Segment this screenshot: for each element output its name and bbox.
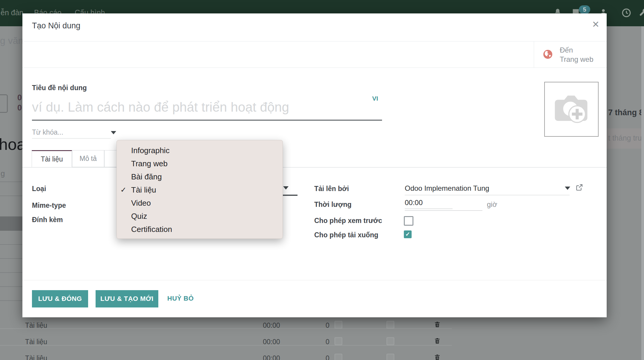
menu-item-webpage[interactable]: Trang web [117, 157, 283, 170]
bg-table-header-band [0, 216, 22, 231]
wrench-icon[interactable] [638, 8, 644, 19]
menu-item-certification[interactable]: Certification [117, 223, 283, 236]
save-new-button[interactable]: LƯU & TẠO MỚI [96, 290, 158, 307]
menu-item-article[interactable]: Bài đăng [117, 170, 283, 183]
notebook-divider [22, 167, 607, 167]
tab-description[interactable]: Mô tả [72, 150, 104, 167]
go-to-website-line2: Trang web [560, 55, 594, 64]
language-badge[interactable]: VI [372, 95, 378, 102]
type-select-underline [282, 195, 298, 196]
check-icon: ✓ [405, 231, 410, 237]
check-icon: ✓ [120, 183, 126, 196]
menu-item-document[interactable]: ✓ Tài liệu [117, 183, 283, 196]
row-name: Tài liệu [25, 354, 47, 360]
save-close-button[interactable]: LƯU & ĐÓNG [32, 290, 88, 307]
table-row: Tài liệu 00:00 0 [0, 317, 452, 334]
bg-divider [0, 272, 22, 273]
globe-icon [542, 49, 553, 61]
dialog-title: Tạo Nội dung [32, 21, 80, 30]
allow-preview-checkbox[interactable] [404, 216, 413, 226]
allow-download-checkbox[interactable]: ✓ [404, 230, 412, 238]
field-underline [405, 195, 570, 195]
row-checkbox [335, 354, 342, 360]
field-underline [405, 210, 482, 211]
divider [22, 41, 607, 41]
bg-date: 7 tháng 8 n [608, 108, 644, 117]
row-checkbox [387, 337, 394, 345]
allow-preview-label: Cho phép xem trước [314, 217, 382, 225]
type-select-chevron-icon[interactable] [283, 186, 289, 190]
content-title-label: Tiêu đề nội dung [32, 84, 87, 92]
trash-icon [434, 353, 441, 360]
nav-item-forum[interactable]: ễn đàn [1, 8, 23, 17]
bg-divider [0, 244, 22, 245]
bg-big-heading: hoa [0, 135, 26, 153]
row-checkbox [387, 354, 394, 360]
camera-plus-icon [548, 85, 594, 132]
row-name: Tài liệu [25, 338, 47, 346]
go-to-website-button[interactable]: Đến Trang web [534, 41, 607, 67]
bg-ago-band: t tháng trước [607, 128, 641, 149]
duration-label: Thời lượng [314, 201, 352, 209]
row-duration: 00:00 [263, 338, 280, 346]
row-checkbox [387, 321, 394, 329]
row-divider [0, 328, 452, 329]
close-icon[interactable]: ✕ [592, 20, 599, 29]
row-checkbox [335, 337, 342, 345]
menu-item-infographic[interactable]: Infographic [117, 144, 283, 157]
type-label: Loại [32, 185, 46, 193]
bg-divider [0, 181, 22, 182]
screen: ễn đàn Báo cáo Cấu hình 5 g văn 0 Kh 0 N… [0, 0, 644, 360]
bg-divider [0, 258, 22, 259]
scrollbar-track [641, 26, 644, 360]
chevron-down-icon[interactable] [111, 131, 116, 134]
table-row: Tài liệu 00:00 0 [0, 334, 452, 350]
row-divider [0, 345, 452, 346]
table-row: Tài liệu 00:00 0 [0, 350, 452, 360]
content-title-input[interactable] [32, 95, 382, 121]
menu-item-video[interactable]: Video [117, 196, 283, 210]
divider [22, 67, 607, 68]
bg-partial-text: g [1, 169, 5, 178]
tab-documents[interactable]: Tài liệu [32, 150, 72, 167]
message-count-badge: 5 [579, 5, 590, 14]
uploaded-by-chevron-icon[interactable] [565, 187, 570, 190]
row-duration: 00:00 [263, 354, 280, 360]
bg-certificate-icon [0, 94, 8, 113]
bg-partial-heading: g văn [0, 35, 23, 46]
type-dropdown-menu: Infographic Trang web Bài đăng ✓ Tài liệ… [116, 140, 283, 239]
attachment-label: Đính kèm [32, 216, 63, 224]
bg-divider [0, 286, 22, 287]
allow-download-label: Cho phép tải xuống [314, 231, 378, 239]
bg-divider [0, 300, 22, 301]
divider [22, 280, 607, 280]
mime-type-label: Mime-type [32, 201, 66, 210]
bg-ago-text: t tháng trước [608, 134, 644, 142]
open-record-icon[interactable] [575, 184, 583, 193]
create-content-dialog: Tạo Nội dung ✕ Đến Trang web Tiêu đề nội… [22, 13, 607, 317]
row-checkbox [335, 321, 342, 329]
clock-icon[interactable] [621, 8, 631, 19]
go-to-website-line1: Đến [560, 45, 594, 55]
uploaded-by-label: Tải lên bởi [314, 185, 349, 193]
row-views: 0 [326, 338, 329, 346]
menu-item-quiz[interactable]: Quiz [117, 210, 283, 223]
bg-divider [0, 196, 22, 196]
row-views: 0 [326, 354, 329, 360]
tags-input[interactable] [32, 126, 111, 139]
duration-unit: giờ [487, 200, 497, 209]
go-to-website-label: Đến Trang web [560, 45, 594, 64]
menu-item-label: Tài liệu [131, 185, 156, 194]
cover-image-upload[interactable] [544, 82, 599, 137]
uploaded-by-value[interactable]: Odoo Implemenation Tung [405, 184, 489, 193]
discard-button[interactable]: HUỶ BỎ [167, 295, 194, 302]
duration-input[interactable] [405, 199, 453, 209]
